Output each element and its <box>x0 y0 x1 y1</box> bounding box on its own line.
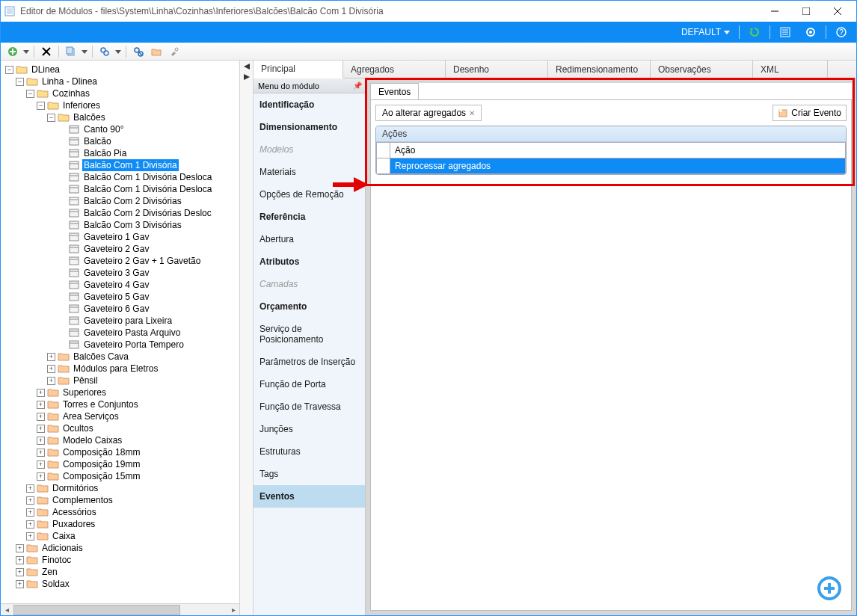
horizontal-scrollbar[interactable]: ◂▸ <box>1 603 239 615</box>
minimize-button[interactable] <box>759 1 790 22</box>
tree-balcoes[interactable]: −Balcões <box>2 111 238 123</box>
expand-icon[interactable]: + <box>37 437 45 445</box>
settings-icon[interactable] <box>800 23 821 41</box>
tab-redimensionamento[interactable]: Redimensionamento <box>548 61 651 78</box>
tree-folder[interactable]: +Zen <box>2 566 238 578</box>
menu-materiais[interactable]: Materiais <box>254 161 365 183</box>
menu-juncoes[interactable]: Junções <box>254 418 365 440</box>
tree-leaf[interactable]: Gaveteiro 5 Gav <box>2 291 238 303</box>
tree-leaf[interactable]: Gaveteiro 2 Gav <box>2 243 238 255</box>
col-acao[interactable]: Ação <box>390 143 846 158</box>
tree-folder[interactable]: +Adicionais <box>2 542 238 554</box>
tree-folder[interactable]: +Dormitórios <box>2 482 238 494</box>
tab-xml[interactable]: XML <box>753 61 828 78</box>
expand-icon[interactable]: + <box>47 365 55 373</box>
tree-folder[interactable]: +Superiores <box>2 386 238 398</box>
expand-icon[interactable]: + <box>26 508 34 517</box>
tree-leaf[interactable]: Balcão <box>2 135 238 147</box>
expand-icon[interactable]: + <box>37 472 45 481</box>
folder-icon[interactable] <box>149 44 164 59</box>
copy-icon[interactable] <box>64 44 79 59</box>
menu-modelos[interactable]: Modelos <box>254 138 365 161</box>
expand-icon[interactable]: + <box>26 520 34 529</box>
tree-inferiores[interactable]: −Inferiores <box>2 99 238 111</box>
tree-folder[interactable]: +Modelo Caixas <box>2 434 238 446</box>
expand-icon[interactable]: + <box>37 389 45 397</box>
link-icon[interactable] <box>97 44 112 59</box>
tree-root[interactable]: −DLinea <box>2 64 238 76</box>
tree-folder[interactable]: +Puxadores <box>2 518 238 530</box>
table-row[interactable]: Reprocessar agregados <box>377 158 846 174</box>
dropdown-icon[interactable] <box>82 46 87 57</box>
tree-leaf[interactable]: Gaveteiro 3 Gav <box>2 267 238 279</box>
tab-desenho[interactable]: Desenho <box>446 61 548 78</box>
dropdown-icon[interactable] <box>115 46 121 57</box>
subtab-ao-alterar[interactable]: Ao alterar agregados ✕ <box>375 105 482 121</box>
expand-icon[interactable]: + <box>16 568 24 576</box>
expand-icon[interactable]: + <box>37 413 45 421</box>
expand-icon[interactable]: + <box>37 461 45 469</box>
tree-leaf[interactable]: Balcão Com 2 Divisórias <box>2 195 238 207</box>
tree-folder[interactable]: +Area Serviços <box>2 410 238 422</box>
maximize-button[interactable] <box>790 1 822 22</box>
add-icon[interactable] <box>5 44 20 59</box>
tree-leaf[interactable]: Gaveteiro Pasta Arquivo <box>2 327 238 339</box>
collapse-icon[interactable]: − <box>5 66 13 74</box>
criar-evento-button[interactable]: Criar Evento <box>772 105 847 121</box>
close-subtab-icon[interactable]: ✕ <box>469 109 475 117</box>
tree-folder[interactable]: +Composição 18mm <box>2 446 238 458</box>
tree-leaf[interactable]: Balcão Com 1 Divisória Desloca <box>2 183 238 195</box>
expand-icon[interactable]: + <box>47 353 55 361</box>
tree-linha[interactable]: −Linha - Dlinea <box>2 76 238 87</box>
tree-folder[interactable]: +Balcões Cava <box>2 351 238 363</box>
expand-icon[interactable]: + <box>26 496 34 505</box>
collapse-icon[interactable]: − <box>37 102 45 110</box>
tree-leaf[interactable]: Balcão Com 3 Divisórias <box>2 219 238 231</box>
tree-folder[interactable]: +Módulos para Eletros <box>2 363 238 375</box>
tree-folder[interactable]: +Soldax <box>2 578 238 590</box>
tool-icon[interactable] <box>167 44 182 59</box>
menu-opcoes-remocao[interactable]: Opções de Remoção <box>254 183 365 206</box>
tree-cozinhas[interactable]: −Cozinhas <box>2 87 238 99</box>
expand-icon[interactable]: + <box>37 425 45 433</box>
tree-folder[interactable]: +Complementos <box>2 494 238 506</box>
expand-icon[interactable]: + <box>16 544 24 552</box>
menu-servico-posicionamento[interactable]: Serviço de Posicionamento <box>254 318 365 351</box>
tree-leaf[interactable]: Gaveteiro 1 Gav <box>2 231 238 243</box>
expand-icon[interactable]: + <box>37 449 45 457</box>
menu-referencia[interactable]: Referência <box>254 206 365 228</box>
menu-orcamento[interactable]: Orçamento <box>254 295 365 318</box>
tree-leaf[interactable]: Canto 90° <box>2 123 238 135</box>
tree-leaf[interactable]: Balcão Com 1 Divisória <box>2 159 238 171</box>
default-dropdown[interactable]: DEFAULT <box>677 23 734 41</box>
expand-icon[interactable]: + <box>47 377 55 385</box>
expand-icon[interactable]: + <box>16 556 24 564</box>
tree-folder[interactable]: +Pênsil <box>2 375 238 386</box>
expand-icon[interactable]: + <box>16 580 24 588</box>
tree-leaf[interactable]: Gaveteiro 2 Gav + 1 Gavetão <box>2 255 238 267</box>
tree-leaf[interactable]: Gaveteiro para Lixeira <box>2 315 238 327</box>
menu-camadas[interactable]: Camadas <box>254 273 365 295</box>
tree-folder[interactable]: +Torres e Conjuntos <box>2 398 238 410</box>
menu-identificacao[interactable]: Identificação <box>254 93 365 116</box>
tree-leaf[interactable]: Balcão Pia <box>2 147 238 159</box>
tree-folder[interactable]: +Finotoc <box>2 554 238 566</box>
close-button[interactable] <box>822 1 853 22</box>
expand-icon[interactable]: + <box>26 484 34 493</box>
collapse-icon[interactable]: − <box>16 78 24 86</box>
tree-folder[interactable]: +Acessórios <box>2 506 238 518</box>
delete-icon[interactable] <box>39 44 54 59</box>
dropdown-icon[interactable] <box>23 46 29 57</box>
tree-folder[interactable]: +Caixa <box>2 530 238 542</box>
menu-eventos[interactable]: Eventos <box>254 485 365 508</box>
menu-param-insercao[interactable]: Parâmetros de Inserção <box>254 351 365 373</box>
menu-dimensionamento[interactable]: Dimensionamento <box>254 116 365 138</box>
menu-tags[interactable]: Tags <box>254 463 365 485</box>
tree-leaf[interactable]: Balcão Com 1 Divisória Desloca <box>2 171 238 183</box>
menu-atributos[interactable]: Atributos <box>254 250 365 273</box>
tab-agregados[interactable]: Agregados <box>343 61 446 78</box>
menu-estruturas[interactable]: Estruturas <box>254 440 365 463</box>
tab-principal[interactable]: Principal <box>254 61 343 78</box>
tree-leaf[interactable]: Gaveteiro Porta Tempero <box>2 339 238 351</box>
find-icon[interactable] <box>131 44 146 59</box>
